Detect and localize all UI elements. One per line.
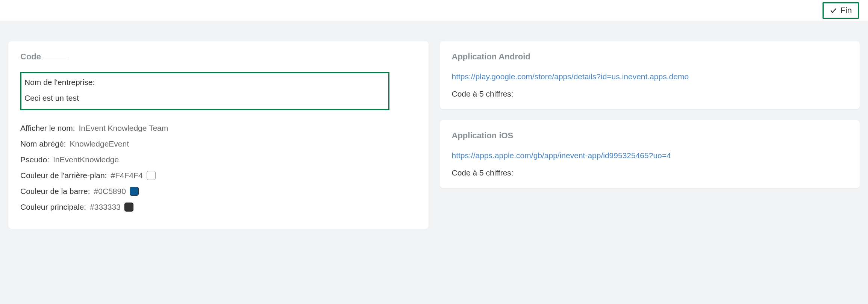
- main-color-swatch[interactable]: [124, 203, 133, 212]
- main-color-row[interactable]: Couleur principale: #333333: [20, 203, 417, 212]
- bg-color-swatch[interactable]: [147, 171, 156, 180]
- android-link[interactable]: https://play.google.com/store/apps/detai…: [452, 72, 848, 81]
- topbar: Fin: [0, 0, 868, 21]
- bar-color-value: #0C5890: [94, 187, 126, 196]
- code-card: Code Nom de l'entreprise: Afficher le no…: [8, 41, 429, 229]
- company-name-input[interactable]: [24, 91, 385, 105]
- android-card-title: Application Android: [452, 52, 848, 62]
- content-area: Code Nom de l'entreprise: Afficher le no…: [0, 21, 868, 229]
- main-color-value: #333333: [90, 203, 121, 212]
- bg-color-label: Couleur de l'arrière-plan:: [20, 171, 107, 180]
- display-name-row[interactable]: Afficher le nom: InEvent Knowledge Team: [20, 124, 417, 133]
- bar-color-swatch[interactable]: [130, 187, 139, 196]
- right-column: Application Android https://play.google.…: [440, 41, 860, 229]
- ios-card-title: Application iOS: [452, 131, 848, 141]
- company-name-highlight: Nom de l'entreprise:: [20, 72, 389, 110]
- short-name-label: Nom abrégé:: [20, 139, 66, 148]
- ios-card: Application iOS https://apps.apple.com/g…: [440, 120, 860, 188]
- android-card: Application Android https://play.google.…: [440, 41, 860, 109]
- main-color-label: Couleur principale:: [20, 203, 86, 212]
- left-column: Code Nom de l'entreprise: Afficher le no…: [8, 41, 429, 229]
- code-title-text: Code: [20, 52, 41, 62]
- pseudo-label: Pseudo:: [20, 155, 49, 164]
- display-name-label: Afficher le nom:: [20, 124, 75, 133]
- pseudo-row[interactable]: Pseudo: InEventKnowledge: [20, 155, 417, 164]
- bg-color-value: #F4F4F4: [111, 171, 142, 180]
- android-code-label: Code à 5 chiffres:: [452, 89, 848, 98]
- company-name-label: Nom de l'entreprise:: [24, 78, 385, 87]
- ios-code-label: Code à 5 chiffres:: [452, 168, 848, 177]
- code-card-title: Code: [20, 52, 417, 62]
- bg-color-row[interactable]: Couleur de l'arrière-plan: #F4F4F4: [20, 171, 417, 180]
- code-title-underline: [45, 55, 69, 58]
- short-name-row[interactable]: Nom abrégé: KnowledgeEvent: [20, 139, 417, 148]
- short-name-value: KnowledgeEvent: [70, 139, 129, 148]
- finish-button[interactable]: Fin: [823, 2, 859, 19]
- bar-color-label: Couleur de la barre:: [20, 187, 90, 196]
- display-name-value: InEvent Knowledge Team: [79, 124, 168, 133]
- bar-color-row[interactable]: Couleur de la barre: #0C5890: [20, 187, 417, 196]
- finish-button-label: Fin: [840, 6, 852, 15]
- check-icon: [830, 7, 837, 14]
- ios-link[interactable]: https://apps.apple.com/gb/app/inevent-ap…: [452, 151, 848, 160]
- pseudo-value: InEventKnowledge: [53, 155, 119, 164]
